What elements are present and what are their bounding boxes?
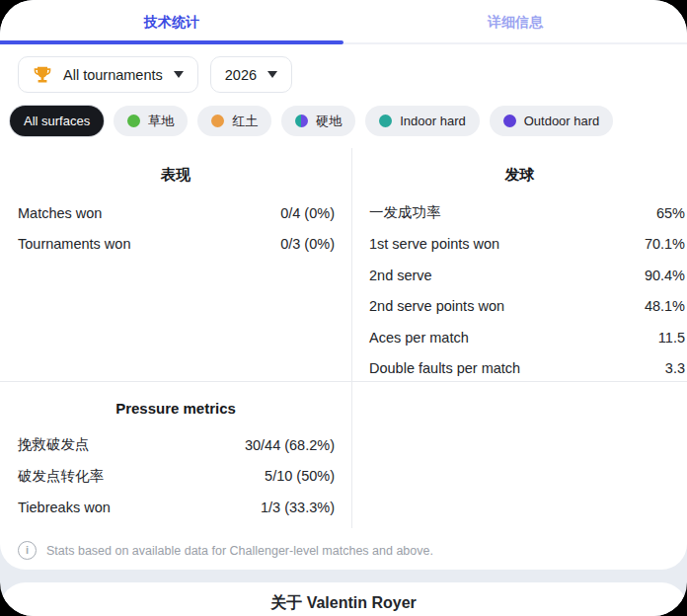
about-title: 关于 Valentin Royer [0,582,687,614]
chip-indoor-hard[interactable]: Indoor hard [365,106,480,136]
card-gap [0,570,687,582]
stat-label: 一发成功率 [369,203,441,222]
stat-value: 11.5 [658,330,685,346]
chip-hard[interactable]: 硬地 [281,106,355,136]
stat-value: 1/3 (33.3%) [261,500,335,515]
chip-label: Outdoor hard [524,114,600,128]
stat-label: Tournaments won [18,236,130,252]
serve-section-title: 发球 [352,166,687,185]
stat-value: 48.1% [645,298,685,314]
stat-value: 70.1% [645,236,685,252]
chip-label: 红土 [232,113,258,130]
stat-value: 65% [656,205,685,221]
chevron-down-icon [267,71,277,78]
tournament-dropdown-value: All tournaments [63,67,163,83]
chevron-down-icon [174,71,184,78]
stat-value: 90.4% [645,268,685,283]
stats-disclaimer: i Stats based on available data for Chal… [0,528,687,570]
stat-row: 挽救破发点 30/44 (68.2%) [0,429,351,461]
stat-value: 0/4 (0%) [280,205,335,221]
serve-section: 发球 一发成功率 65% 1st serve points won 70.1% … [352,148,687,381]
stat-row: 2nd serve 90.4% [352,260,687,291]
stat-row: Double faults per match 3.3 [352,353,687,382]
stat-row: Matches won 0/4 (0%) [0,197,351,229]
clay-dot-icon [211,115,224,127]
stat-row: Tournaments won 0/3 (0%) [0,229,351,261]
tab-detailed-info[interactable]: 详细信息 [344,0,687,44]
outdoor-hard-dot-icon [503,115,516,127]
filter-controls: All tournaments 2026 [0,44,687,93]
pressure-section: Pressure metrics 挽救破发点 30/44 (68.2%) 破发点… [0,381,352,528]
tournament-dropdown[interactable]: All tournaments [18,56,198,93]
trophy-icon [33,65,52,85]
stat-row: 破发点转化率 5/10 (50%) [0,461,351,493]
info-icon: i [18,541,37,560]
disclaimer-text: Stats based on available data for Challe… [46,544,433,558]
grass-dot-icon [127,115,140,127]
year-dropdown[interactable]: 2026 [210,56,292,93]
tab-label: 技术统计 [144,14,199,32]
empty-cell [352,381,687,528]
tab-technical-stats[interactable]: 技术统计 [0,0,344,44]
stat-label: 挽救破发点 [18,435,90,454]
surface-filter-chips: All surfaces 草地 红土 硬地 Indoor hard Outdoo… [0,106,687,136]
stat-label: Double faults per match [369,360,520,376]
stat-row: Tiebreaks won 1/3 (33.3%) [0,492,351,523]
stat-row: 2nd serve points won 48.1% [352,291,687,323]
chip-outdoor-hard[interactable]: Outdoor hard [490,106,614,136]
stat-value: 3.3 [665,360,685,376]
chip-label: Indoor hard [400,114,466,128]
stat-label: 破发点转化率 [18,467,104,486]
stat-row: 1st serve points won 70.1% [352,229,687,261]
stat-value: 5/10 (50%) [265,468,335,484]
stats-card: 技术统计 详细信息 All tournaments 2026 [0,0,687,570]
stats-grid: 表现 Matches won 0/4 (0%) Tournaments won … [0,148,687,528]
chip-label: All surfaces [24,114,90,128]
stat-label: Aces per match [369,330,469,346]
chip-grass[interactable]: 草地 [114,106,188,136]
indoor-hard-dot-icon [379,115,392,127]
stat-label: Tiebreaks won [18,500,111,515]
about-card: 关于 Valentin Royer [0,582,687,616]
tab-label: 详细信息 [488,14,543,32]
stat-label: 1st serve points won [369,236,499,252]
chip-label: 硬地 [316,113,342,130]
chip-label: 草地 [148,113,174,130]
stat-row: Aces per match 11.5 [352,322,687,353]
stat-value: 0/3 (0%) [280,236,335,252]
performance-section-title: 表现 [0,166,351,185]
app-window: 技术统计 详细信息 All tournaments 2026 [0,0,687,616]
chip-clay[interactable]: 红土 [197,106,271,136]
performance-section: 表现 Matches won 0/4 (0%) Tournaments won … [0,148,352,381]
tab-bar: 技术统计 详细信息 [0,0,687,44]
stat-label: Matches won [18,205,102,221]
chip-all-surfaces[interactable]: All surfaces [10,106,104,136]
stat-label: 2nd serve points won [369,298,504,314]
stat-value: 30/44 (68.2%) [245,437,335,453]
pressure-section-title: Pressure metrics [0,400,351,417]
stat-label: 2nd serve [369,268,432,283]
hard-dot-icon [295,115,308,127]
stat-row: 一发成功率 65% [352,197,687,229]
year-dropdown-value: 2026 [225,67,257,83]
